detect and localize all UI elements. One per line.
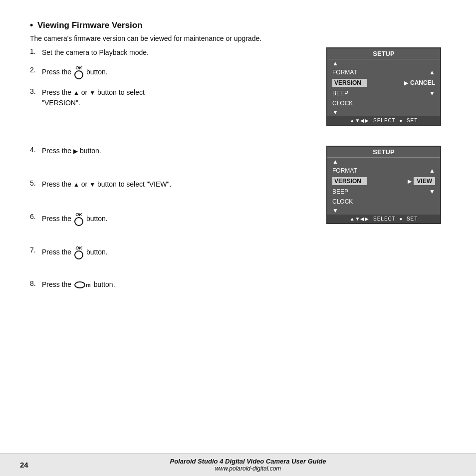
- clock-label: CLOCK: [332, 100, 367, 107]
- page-footer: 24 Polaroid Studio 4 Digital Video Camer…: [0, 453, 476, 476]
- step-text-1: Set the camera to Playback mode.: [42, 47, 316, 58]
- step-text-8: Press the m button.: [42, 279, 316, 290]
- step-8: 8. Press the m button.: [30, 279, 316, 290]
- version-right-2: ▶ VIEW: [408, 177, 435, 185]
- setup-row-version-1: VERSION ▶ CANCEL: [327, 77, 440, 88]
- setup-row-format-2: FORMAT ▲: [327, 166, 440, 176]
- step-text-7: Press the OK button.: [42, 246, 316, 259]
- setup-header-1: SETUP: [327, 48, 440, 59]
- step-text-5: Press the ▲ or ▼ button to select "VIEW"…: [42, 179, 316, 190]
- menu-button-icon: m: [74, 281, 91, 289]
- setup-menu-1: SETUP ▲ FORMAT ▲ VERSION ▶ CANCEL BEEP ▼: [326, 47, 441, 126]
- menu-oval: [74, 281, 85, 288]
- page-content: • Viewing Firmware Version The camera's …: [0, 0, 476, 308]
- step7-suffix: button.: [86, 248, 108, 256]
- step-num-1: 1.: [30, 47, 42, 55]
- step-2: 2. Press the OK button.: [30, 66, 316, 79]
- step6-prefix: Press the: [42, 215, 73, 223]
- step-num-2: 2.: [30, 66, 42, 74]
- beep-right: ▼: [429, 90, 435, 97]
- beep-right-2: ▼: [429, 188, 435, 195]
- step-num-4: 4.: [30, 146, 42, 154]
- version-label-2: VERSION: [332, 177, 367, 185]
- setup-row-beep-1: BEEP ▼: [327, 88, 440, 98]
- view-text: VIEW: [414, 177, 435, 185]
- step-text-4: Press the ▶ button.: [42, 146, 316, 156]
- setup-bottom-arrow: ▼: [327, 108, 440, 116]
- version-right: ▶ CANCEL: [404, 79, 435, 86]
- step-4: 4. Press the ▶ button.: [30, 146, 316, 156]
- bullet: •: [30, 20, 33, 30]
- footer-title-text: Polaroid Studio 4 Digital Video Camera U…: [40, 458, 456, 465]
- step3-or: or: [81, 88, 89, 96]
- steps-left-1: 1. Set the camera to Playback mode. 2. P…: [30, 47, 326, 134]
- step7-prefix: Press the: [42, 248, 73, 256]
- format-label-2: FORMAT: [332, 167, 367, 174]
- step6-suffix: button.: [86, 215, 108, 223]
- cancel-text: CANCEL: [410, 79, 435, 86]
- description: The camera's firmware version can be vie…: [30, 34, 446, 42]
- step8-suffix: button.: [94, 280, 115, 288]
- menu-m-label: m: [86, 281, 91, 289]
- step8-prefix: Press the: [42, 280, 73, 288]
- title-text: Viewing Firmware Version: [37, 20, 142, 30]
- arrow-up-icon-2: ▲: [73, 181, 79, 188]
- beep-label-2: BEEP: [332, 188, 367, 195]
- setup-top-arrow-2: ▲: [327, 158, 440, 166]
- format-right: ▲: [429, 69, 435, 76]
- step-text-3: Press the ▲ or ▼ button to select"VERSIO…: [42, 87, 316, 108]
- step-text-2: Press the OK button.: [42, 66, 316, 79]
- setup-bottom-arrow-2: ▼: [327, 207, 440, 215]
- step-num-3: 3.: [30, 87, 42, 95]
- setup-row-format-1: FORMAT ▲: [327, 67, 440, 77]
- steps-section-2: 4. Press the ▶ button. 5. Press the ▲ or…: [30, 146, 446, 298]
- ok-button-icon-2: OK: [74, 213, 83, 226]
- section-gap: [30, 134, 446, 146]
- setup-row-beep-2: BEEP ▼: [327, 187, 440, 197]
- footer-page-number: 24: [20, 461, 40, 469]
- step4-prefix: Press the: [42, 147, 73, 155]
- setup-footer-2: ▲▼◀▶ SELECT ● SET: [327, 215, 440, 223]
- section-title: • Viewing Firmware Version: [30, 20, 446, 30]
- step-3: 3. Press the ▲ or ▼ button to select"VER…: [30, 87, 316, 108]
- step3-prefix: Press the: [42, 88, 73, 96]
- footer-title: Polaroid Studio 4 Digital Video Camera U…: [40, 458, 456, 472]
- step-text-6: Press the OK button.: [42, 213, 316, 226]
- steps-left-2: 4. Press the ▶ button. 5. Press the ▲ or…: [30, 146, 326, 298]
- setup-row-clock-1: CLOCK: [327, 98, 440, 108]
- ok-label-3: OK: [75, 246, 82, 250]
- format-label: FORMAT: [332, 69, 367, 76]
- step-num-7: 7.: [30, 246, 42, 254]
- format-right-2: ▲: [429, 167, 435, 174]
- step-5: 5. Press the ▲ or ▼ button to select "VI…: [30, 179, 316, 190]
- step-num-5: 5.: [30, 179, 42, 187]
- step-num-8: 8.: [30, 279, 42, 287]
- setup-footer-1: ▲▼◀▶ SELECT ● SET: [327, 116, 440, 125]
- setup-menu-2: SETUP ▲ FORMAT ▲ VERSION ▶ VIEW BEEP ▼: [326, 146, 441, 224]
- arrow-right-icon: ▶: [73, 148, 78, 155]
- version-label: VERSION: [332, 79, 367, 87]
- step-7: 7. Press the OK button.: [30, 246, 316, 259]
- step-1: 1. Set the camera to Playback mode.: [30, 47, 316, 58]
- ok-circle-2: [74, 217, 83, 226]
- right-arrow-icon: ▶: [404, 80, 408, 86]
- step2-suffix: button.: [86, 68, 108, 76]
- setup-row-clock-2: CLOCK: [327, 197, 440, 207]
- arrow-up-icon: ▲: [73, 89, 79, 96]
- beep-label: BEEP: [332, 90, 367, 97]
- ok-circle-3: [74, 250, 83, 259]
- setup-top-arrow: ▲: [327, 59, 440, 67]
- step5-suffix: button to select "VIEW".: [97, 180, 171, 188]
- setup-panel-2: SETUP ▲ FORMAT ▲ VERSION ▶ VIEW BEEP ▼: [326, 146, 446, 298]
- step-num-6: 6.: [30, 213, 42, 221]
- setup-row-version-2: VERSION ▶ VIEW: [327, 176, 440, 187]
- ok-label: OK: [75, 66, 82, 70]
- step5-prefix: Press the: [42, 180, 73, 188]
- ok-label-2: OK: [75, 213, 82, 217]
- ok-circle: [74, 70, 83, 79]
- ok-button-icon: OK: [74, 66, 83, 79]
- step4-suffix: button.: [80, 147, 101, 155]
- ok-button-icon-3: OK: [74, 246, 83, 259]
- footer-url: www.polaroid-digital.com: [40, 465, 456, 472]
- step5-or: or: [81, 180, 89, 188]
